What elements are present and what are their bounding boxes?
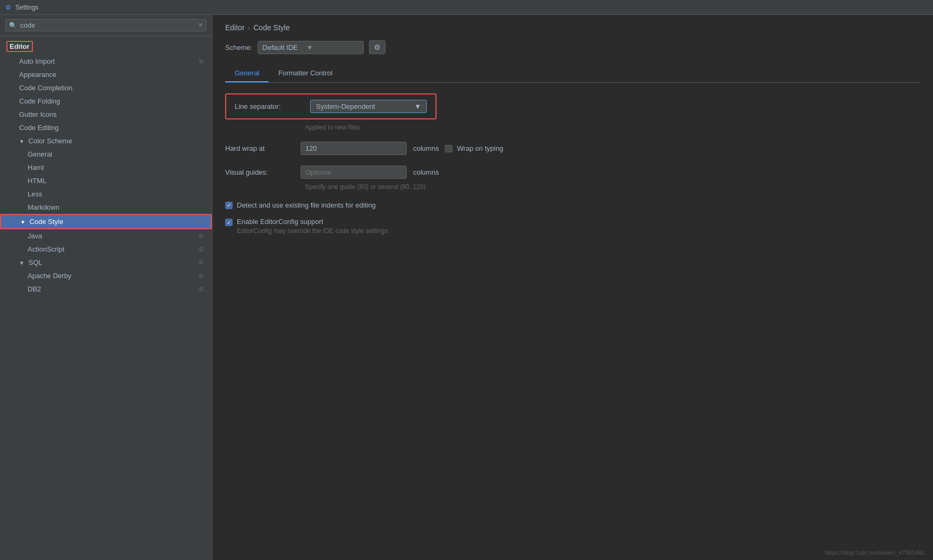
- sidebar-item-cs-less[interactable]: Less: [0, 187, 212, 201]
- db2-label: DB2: [28, 285, 41, 293]
- detect-indents-label: Detect and use existing file indents for…: [237, 201, 376, 209]
- copy-icon-code-style: ⧉: [198, 218, 202, 225]
- cs-general-label: General: [28, 150, 52, 158]
- sidebar-item-code-folding[interactable]: Code Folding: [0, 94, 212, 108]
- sidebar-content: Editor Auto Import ⧉ Appearance Code Com…: [0, 36, 212, 560]
- visual-guides-input[interactable]: [301, 166, 407, 179]
- scheme-value: Default IDE: [262, 44, 297, 51]
- breadcrumb-code-style: Code Style: [253, 23, 289, 32]
- sidebar-item-color-scheme[interactable]: ▼ Color Scheme: [0, 134, 212, 148]
- line-separator-label: Line separator:: [235, 102, 304, 110]
- code-editing-label: Code Editing: [19, 124, 58, 132]
- sidebar-item-sql[interactable]: ▼ SQL ⧉: [0, 256, 212, 269]
- code-completion-label: Code Completion: [19, 84, 72, 92]
- line-separator-value: System-Dependent: [316, 102, 375, 110]
- sidebar-item-code-style[interactable]: ▼ Code Style ⧉: [0, 214, 212, 229]
- code-style-label: ▼ Code Style: [20, 218, 63, 226]
- app-icon: ⚙: [5, 4, 11, 11]
- guide-hint: Specify one guide (80) or several (80, 1…: [305, 183, 920, 191]
- visual-guides-label: Visual guides:: [225, 168, 294, 176]
- editorconfig-checkbox[interactable]: [225, 219, 233, 226]
- sidebar-item-appearance[interactable]: Appearance: [0, 68, 212, 81]
- sidebar-item-cs-java[interactable]: Java ⧉: [0, 229, 212, 243]
- triangle-icon-code-style: ▼: [20, 219, 25, 225]
- sidebar: 🔍 ✕ Editor Auto Import ⧉ Appearance: [0, 15, 212, 560]
- editor-label: Editor: [6, 41, 33, 52]
- copy-icon-auto-import: ⧉: [199, 58, 203, 65]
- search-input[interactable]: [20, 21, 198, 29]
- cs-less-label: Less: [28, 190, 42, 198]
- search-icon: 🔍: [9, 22, 17, 29]
- cs-haml-label: Haml: [28, 163, 44, 171]
- sidebar-item-code-completion[interactable]: Code Completion: [0, 81, 212, 94]
- title-bar: ⚙ Settings: [0, 0, 933, 15]
- cs-java-label: Java: [28, 232, 42, 240]
- hard-wrap-row: Hard wrap at columns Wrap on typing: [225, 142, 920, 155]
- wrap-on-typing-label: Wrap on typing: [457, 144, 503, 152]
- title-bar-label: Settings: [15, 4, 38, 11]
- appearance-label: Appearance: [19, 71, 56, 79]
- breadcrumb-separator: ›: [248, 23, 251, 32]
- sql-label: ▼ SQL: [19, 259, 42, 266]
- tab-general[interactable]: General: [225, 65, 269, 82]
- detect-indents-row[interactable]: Detect and use existing file indents for…: [225, 201, 920, 209]
- editorconfig-sublabel: EditorConfig may override the IDE code s…: [237, 227, 388, 235]
- hard-wrap-input[interactable]: [301, 142, 407, 155]
- sidebar-item-cs-general[interactable]: General: [0, 148, 212, 161]
- visual-guides-columns-label: columns: [413, 168, 439, 176]
- triangle-icon-color-scheme: ▼: [19, 139, 24, 144]
- applied-note: Applied to new files: [305, 124, 920, 131]
- url-bar: https://blog.csdn.net/weixin_47061482: [825, 549, 925, 556]
- editorconfig-label: Enable EditorConfig support: [237, 218, 388, 226]
- cs-markdown-label: Markdown: [28, 203, 59, 211]
- scheme-label: Scheme:: [225, 44, 252, 51]
- sidebar-item-cs-actionscript[interactable]: ActionScript ⧉: [0, 243, 212, 256]
- cs-html-label: HTML: [28, 177, 46, 185]
- search-input-wrapper[interactable]: 🔍 ✕: [5, 19, 207, 31]
- sidebar-item-cs-html[interactable]: HTML: [0, 174, 212, 187]
- sidebar-item-code-editing[interactable]: Code Editing: [0, 121, 212, 134]
- search-bar: 🔍 ✕: [0, 15, 212, 36]
- apache-derby-label: Apache Derby: [28, 272, 71, 280]
- visual-guides-row: Visual guides: columns: [225, 166, 920, 179]
- scheme-dropdown[interactable]: Default IDE ▼: [258, 41, 364, 54]
- code-folding-label: Code Folding: [19, 97, 60, 105]
- copy-icon-apache-derby: ⧉: [199, 272, 203, 279]
- copy-icon-actionscript: ⧉: [199, 246, 203, 253]
- wrap-on-typing-checkbox[interactable]: [445, 145, 452, 152]
- chevron-down-icon: ▼: [306, 44, 313, 51]
- gear-button[interactable]: ⚙: [369, 40, 386, 54]
- sidebar-item-cs-haml[interactable]: Haml: [0, 161, 212, 174]
- hard-wrap-label: Hard wrap at: [225, 144, 294, 152]
- scheme-row: Scheme: Default IDE ▼ ⚙: [225, 40, 920, 54]
- breadcrumb-editor: Editor: [225, 23, 245, 32]
- copy-icon-db2: ⧉: [199, 286, 203, 292]
- editorconfig-row[interactable]: Enable EditorConfig support EditorConfig…: [225, 218, 920, 235]
- line-separator-section: Line separator: System-Dependent ▼: [225, 93, 436, 119]
- detect-indents-checkbox[interactable]: [225, 202, 233, 209]
- gutter-icons-label: Gutter Icons: [19, 110, 57, 118]
- right-panel: Editor › Code Style Scheme: Default IDE …: [212, 15, 933, 560]
- tabs: General Formatter Control: [225, 65, 920, 83]
- line-separator-dropdown[interactable]: System-Dependent ▼: [310, 100, 427, 113]
- sidebar-item-auto-import[interactable]: Auto Import ⧉: [0, 55, 212, 68]
- search-clear-icon[interactable]: ✕: [198, 22, 203, 29]
- copy-icon-sql: ⧉: [199, 259, 203, 266]
- sidebar-item-apache-derby[interactable]: Apache Derby ⧉: [0, 269, 212, 282]
- cs-actionscript-label: ActionScript: [28, 245, 64, 253]
- editorconfig-text: Enable EditorConfig support EditorConfig…: [237, 218, 388, 235]
- sidebar-item-editor[interactable]: Editor: [0, 38, 212, 55]
- wrap-on-typing-checkbox-row[interactable]: Wrap on typing: [445, 144, 503, 152]
- color-scheme-label: ▼ Color Scheme: [19, 137, 72, 145]
- hard-wrap-columns-label: columns: [413, 144, 439, 152]
- sidebar-item-cs-markdown[interactable]: Markdown: [0, 201, 212, 214]
- breadcrumb: Editor › Code Style: [225, 23, 920, 32]
- chevron-down-line-sep-icon: ▼: [414, 102, 421, 110]
- tab-formatter-control[interactable]: Formatter Control: [269, 65, 342, 82]
- auto-import-label: Auto Import: [19, 57, 55, 65]
- content-area: Line separator: System-Dependent ▼ Appli…: [225, 93, 920, 552]
- sidebar-item-db2[interactable]: DB2 ⧉: [0, 282, 212, 296]
- triangle-icon-sql: ▼: [19, 260, 24, 266]
- sidebar-item-gutter-icons[interactable]: Gutter Icons: [0, 108, 212, 121]
- copy-icon-java: ⧉: [199, 232, 203, 239]
